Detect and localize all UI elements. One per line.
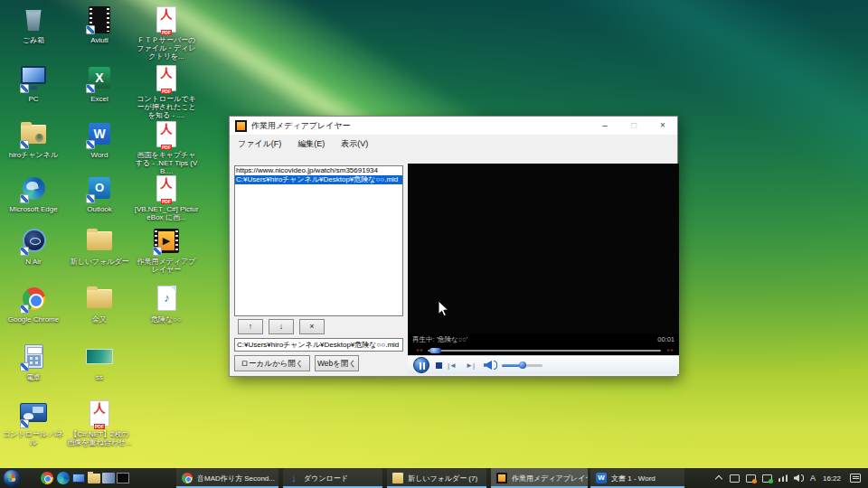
maximize-button[interactable]: □ (619, 117, 648, 135)
desktop-icon-edge[interactable]: Microsoft Edge (1, 174, 66, 213)
playlist-item-selected[interactable]: C:¥Users¥hiroチャンネル¥Desktop¥危険な○○.mid (235, 175, 402, 184)
seek-track[interactable] (428, 350, 661, 352)
tray-status-green-icon[interactable] (762, 474, 772, 483)
close-button[interactable]: × (648, 117, 677, 135)
quicklaunch-console-icon[interactable] (117, 473, 129, 483)
desktop-icon-word[interactable]: W Word (67, 120, 132, 159)
desktop-icon-chrome[interactable]: Google Chrome (1, 285, 66, 324)
desktop-icon-new-folder[interactable]: 新しいフォルダー (67, 227, 132, 266)
icon-label: hiroチャンネル (1, 151, 66, 159)
icon-label: 危険な○○ (134, 315, 199, 324)
move-up-button[interactable]: ↑ (238, 319, 263, 334)
speaker-wave-icon (494, 361, 497, 370)
volume-thumb[interactable] (519, 361, 526, 369)
desktop-icon-pdf-key[interactable]: 人PDF コントロールでキーが押されたことを知る - .... (134, 64, 199, 119)
taskbar-button-label: 文書 1 - Word (611, 474, 656, 483)
desktop-icon-outlook[interactable]: O Outlook (67, 174, 132, 213)
tray-status-orange-icon[interactable] (746, 474, 756, 483)
previous-button[interactable]: |◄ (448, 359, 457, 372)
desktop-icon-excel[interactable]: X Excel (67, 64, 132, 103)
quicklaunch-display-icon[interactable] (72, 474, 85, 483)
fast-forward-icon[interactable]: ►► (666, 347, 674, 352)
next-button[interactable]: ►| (466, 359, 475, 372)
quicklaunch-app-icon[interactable] (102, 473, 115, 483)
pdf-icon: 人PDF (156, 121, 176, 147)
network-icon[interactable] (778, 474, 788, 482)
icon-label: ss (67, 373, 132, 381)
icon-label: 【C#.NET】2枚の画像を重ね合わせ... (67, 430, 132, 446)
pdf-icon: 人PDF (90, 400, 109, 427)
desktop-icon-ss[interactable]: ss (67, 343, 132, 381)
tray-app-icon[interactable] (730, 474, 740, 483)
desktop-icon-recycle-bin[interactable]: ごみ箱 (1, 5, 66, 44)
taskbar-button-media-player[interactable]: 作業用メディアプレイヤー (491, 468, 588, 488)
pdf-icon: 人PDF (156, 6, 176, 33)
icon-label: 電卓 (1, 373, 66, 381)
desktop-icon-media-player-app[interactable]: ▶ 作業用メディアプレイヤー (134, 227, 199, 274)
seek-thumb[interactable] (429, 348, 441, 353)
image-icon (86, 349, 113, 364)
pause-button[interactable] (413, 357, 429, 373)
ime-indicator[interactable]: A (810, 474, 816, 483)
stop-button[interactable] (436, 362, 442, 369)
volume-icon[interactable] (794, 474, 799, 482)
desktop-icon-control-panel[interactable]: コントロール パネル (1, 399, 66, 446)
window-titlebar[interactable]: 作業用メディアプレイヤー – □ × (230, 117, 677, 135)
desktop-icon-folder-2[interactable]: 金又 (67, 285, 132, 324)
open-local-button[interactable]: ローカルから開く (234, 355, 310, 371)
open-web-button[interactable]: Webを開く (315, 355, 359, 371)
remove-button[interactable]: × (299, 319, 325, 334)
icon-label: 画面をキャプチャする - .NET Tips (VB.... (134, 151, 199, 175)
video-surface[interactable] (408, 164, 679, 333)
nair-icon (23, 229, 46, 252)
quicklaunch-chrome-icon[interactable] (41, 472, 53, 484)
app-icon (235, 120, 247, 132)
desktop-icon-aviutl[interactable]: Aviutl (67, 5, 132, 44)
recycle-bin-icon (24, 7, 42, 31)
desktop-icon-pdf-ftp[interactable]: 人PDF ＦＴＰサーバーのファイル・ディレクトリを... (134, 5, 199, 61)
menu-edit[interactable]: 編集(E) (289, 136, 333, 153)
playlist-item[interactable]: https://www.nicovideo.jp/watch/sm3569193… (235, 166, 402, 175)
icon-label: 作業用メディアプレイヤー (134, 258, 199, 274)
minimize-button[interactable]: – (590, 117, 619, 135)
edge-icon (23, 177, 45, 200)
file-path-input[interactable] (234, 338, 403, 352)
taskbar-button-folder[interactable]: 新しいフォルダー (7) (387, 468, 486, 488)
taskbar-button-label: 新しいフォルダー (7) (408, 474, 477, 483)
quicklaunch-edge-icon[interactable] (57, 472, 70, 484)
desktop-icon-mid-file[interactable]: ♪ 危険な○○ (134, 285, 199, 324)
desktop-icon-pdf-capture[interactable]: 人PDF 画面をキャプチャする - .NET Tips (VB.... (134, 120, 199, 175)
media-player-window: 作業用メディアプレイヤー – □ × ファイル(F) 編集(E) 表示(V) h… (229, 116, 678, 377)
clock[interactable]: 16:22 (823, 474, 841, 483)
windows-logo-icon (7, 474, 15, 482)
seek-bar[interactable]: ◄◄ ►► (408, 346, 679, 355)
desktop-icon-pdf-overlay-images[interactable]: 人PDF 【C#.NET】2枚の画像を重ね合わせ... (67, 399, 132, 446)
menu-file[interactable]: ファイル(F) (230, 136, 289, 153)
icon-label: コントロールでキーが押されたことを知る - .... (134, 95, 199, 119)
playlist-listbox[interactable]: https://www.nicovideo.jp/watch/sm3569193… (234, 165, 403, 316)
taskbar-button-label: ダウンロード (304, 474, 348, 483)
desktop-icon-pc[interactable]: PC (1, 64, 66, 103)
start-button[interactable] (3, 469, 21, 487)
taskbar-button-word[interactable]: W 文書 1 - Word (590, 468, 684, 488)
excel-icon: X (89, 67, 110, 89)
desktop-icon-nair[interactable]: N Air (1, 227, 66, 266)
quicklaunch-explorer-icon[interactable] (88, 474, 100, 483)
taskbar-button-downloads[interactable]: ↓ ダウンロード (283, 468, 382, 488)
taskbar-button-chrome[interactable]: 音MAD作り方 Second... (176, 468, 278, 488)
desktop-icon-calculator[interactable]: 電卓 (1, 343, 66, 381)
taskbar-button-label: 作業用メディアプレイヤー (512, 474, 588, 483)
desktop-icon-hiro-channel[interactable]: hiroチャンネル (1, 120, 66, 159)
rewind-icon[interactable]: ◄◄ (415, 347, 422, 352)
mute-button[interactable] (484, 361, 492, 370)
desktop-icon-pdf-picturebox[interactable]: 人PDF [VB.NET_C#] PictureBox に画... (134, 174, 199, 221)
notification-center-icon[interactable] (850, 474, 861, 483)
play-icon: ▶ (158, 231, 175, 250)
move-down-button[interactable]: ↓ (269, 319, 294, 334)
menu-view[interactable]: 表示(V) (333, 136, 376, 153)
tray-expand-icon[interactable] (715, 474, 722, 482)
download-icon: ↓ (288, 473, 299, 483)
volume-slider[interactable] (502, 364, 542, 367)
icon-label: ごみ箱 (1, 36, 66, 44)
system-tray: A 16:22 (715, 468, 868, 488)
